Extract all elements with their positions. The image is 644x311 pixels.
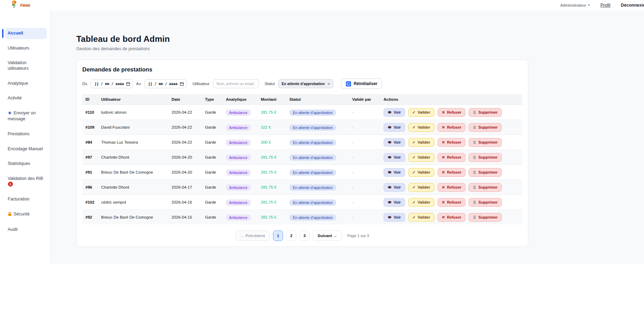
refuser-button[interactable]: ✕ Refuser — [438, 153, 465, 162]
cell-date: 2026-04-17 — [172, 185, 205, 189]
supprimer-button[interactable]: Supprimer — [469, 168, 502, 177]
supprimer-label: Supprimer — [478, 125, 498, 129]
refuser-button[interactable]: ✕ Refuser — [438, 168, 465, 177]
column-header: Date — [172, 97, 205, 101]
supprimer-button[interactable]: Supprimer — [469, 138, 502, 147]
valider-button[interactable]: ✓ Valider — [408, 138, 434, 147]
valider-label: Valider — [418, 215, 430, 219]
date-to-placeholder: jj / mm / aaaa — [148, 82, 177, 86]
sidebar-item-audit[interactable]: Audit — [5, 224, 47, 235]
voir-button[interactable]: Voir — [384, 213, 405, 222]
supprimer-button[interactable]: Supprimer — [469, 108, 502, 117]
sidebar-item-label: Audit — [8, 227, 18, 232]
sidebar-item-accueil[interactable]: Accueil — [5, 28, 47, 39]
eye-icon — [388, 201, 392, 204]
valider-label: Valider — [418, 110, 430, 114]
voir-button[interactable]: Voir — [384, 108, 405, 117]
date-from-placeholder: jj / mm / aaaa — [94, 82, 124, 86]
sidebar-item-envoyer-un-message[interactable]: Envoyer un message — [5, 108, 47, 125]
sidebar-item-encodage-manuel[interactable]: Encodage Manuel — [5, 144, 47, 155]
supprimer-button[interactable]: Supprimer — [469, 153, 502, 162]
logout-button[interactable]: Déconnexion — [621, 3, 644, 8]
supprimer-button[interactable]: Supprimer — [469, 183, 502, 192]
next-page-button[interactable]: Suivant → — [313, 230, 342, 241]
eye-icon — [388, 141, 392, 144]
sidebar-item-label: Validation utilisateurs — [8, 60, 29, 71]
voir-label: Voir — [394, 185, 401, 189]
refuser-label: Refuser — [447, 155, 461, 159]
voir-button[interactable]: Voir — [384, 153, 405, 162]
supprimer-button[interactable]: Supprimer — [469, 198, 502, 207]
sidebar-item-facturation[interactable]: Facturation — [5, 194, 47, 205]
sidebar-item-s-curit-[interactable]: Sécurité — [5, 209, 47, 221]
valider-label: Valider — [418, 200, 430, 204]
user-filter-label: Utilisateur — [192, 82, 210, 86]
refuser-button[interactable]: ✕ Refuser — [438, 123, 465, 132]
valider-button[interactable]: ✓ Valider — [408, 213, 434, 222]
trash-icon — [473, 111, 476, 114]
app-logo[interactable]: Fénix — [9, 0, 30, 11]
voir-label: Voir — [394, 200, 401, 204]
supprimer-button[interactable]: Supprimer — [469, 213, 502, 222]
cell-valide-par: - — [352, 125, 384, 129]
supprimer-button[interactable]: Supprimer — [469, 123, 502, 132]
sidebar-item-label: Sécurité — [14, 212, 30, 217]
sidebar-item-activit-[interactable]: Activité — [5, 93, 47, 104]
page-button-1[interactable]: 1 — [273, 230, 283, 241]
cell-user: David Fuscolani — [101, 125, 172, 129]
refuser-button[interactable]: ✕ Refuser — [438, 138, 465, 147]
sidebar-item-validation-des-rib[interactable]: Validation des RIB1 — [5, 173, 47, 190]
previous-page-button[interactable]: ← Précédent — [236, 230, 270, 241]
page-subtitle: Gestion des demandes de prestations — [76, 46, 631, 51]
statut-select[interactable]: En attente d’approbation — [278, 79, 334, 88]
table-row: #109 David Fuscolani 2026-04-22 Garde Am… — [82, 120, 522, 135]
cell-type: Garde — [205, 110, 226, 114]
voir-label: Voir — [394, 110, 401, 114]
reset-filters-button[interactable]: Réinitialiser — [341, 78, 382, 89]
cell-id: #84 — [82, 140, 101, 144]
voir-button[interactable]: Voir — [384, 183, 405, 192]
cell-date: 2026-04-20 — [172, 170, 205, 174]
sidebar-item-prestations[interactable]: Prestations — [5, 129, 47, 140]
voir-button[interactable]: Voir — [384, 123, 405, 132]
card-title: Demandes de prestations — [82, 66, 522, 73]
valider-button[interactable]: ✓ Valider — [408, 123, 434, 132]
valider-button[interactable]: ✓ Valider — [408, 108, 434, 117]
voir-button[interactable]: Voir — [384, 138, 405, 147]
sidebar-item-statistiques[interactable]: Statistiques — [5, 158, 47, 169]
refuser-label: Refuser — [447, 125, 461, 129]
valider-button[interactable]: ✓ Valider — [408, 198, 434, 207]
page-button-3[interactable]: 3 — [300, 230, 310, 241]
valider-button[interactable]: ✓ Valider — [408, 168, 434, 177]
voir-button[interactable]: Voir — [384, 168, 405, 177]
sidebar-item-utilisateurs[interactable]: Utilisateurs — [5, 43, 47, 54]
analytique-badge: Ambulance — [226, 214, 251, 221]
refuser-button[interactable]: ✕ Refuser — [438, 108, 465, 117]
cell-id: #109 — [82, 125, 101, 129]
date-from-input[interactable]: jj / mm / aaaa — [91, 79, 133, 88]
valider-button[interactable]: ✓ Valider — [408, 153, 434, 162]
sidebar-item-validation-utilisateurs[interactable]: Validation utilisateurs — [5, 58, 47, 74]
refuser-button[interactable]: ✕ Refuser — [438, 198, 465, 207]
cell-user: Thomas Luz Teixeira — [101, 140, 172, 144]
refuser-button[interactable]: ✕ Refuser — [438, 213, 465, 222]
statut-badge: En attente d’approbation — [289, 169, 336, 176]
statut-badge: En attente d’approbation — [289, 184, 336, 191]
voir-button[interactable]: Voir — [384, 198, 405, 207]
admin-user-menu[interactable]: Administrateur — [560, 3, 590, 7]
sidebar-item-analytique[interactable]: Analytique — [5, 78, 47, 89]
sidebar-item-label: Accueil — [8, 31, 23, 36]
page-button-2[interactable]: 2 — [286, 230, 296, 241]
chevron-down-icon — [588, 5, 590, 6]
user-search-input[interactable] — [213, 79, 259, 88]
analytique-badge: Ambulance — [226, 109, 251, 116]
check-icon: ✓ — [412, 126, 416, 129]
x-icon: ✕ — [442, 170, 445, 174]
profil-link[interactable]: Profil — [600, 3, 610, 8]
cell-user: cédric sempot — [101, 200, 172, 204]
date-to-input[interactable]: jj / mm / aaaa — [144, 79, 187, 88]
supprimer-label: Supprimer — [478, 155, 498, 159]
valider-button[interactable]: ✓ Valider — [408, 183, 434, 192]
refuser-label: Refuser — [447, 110, 461, 114]
refuser-button[interactable]: ✕ Refuser — [438, 183, 465, 192]
